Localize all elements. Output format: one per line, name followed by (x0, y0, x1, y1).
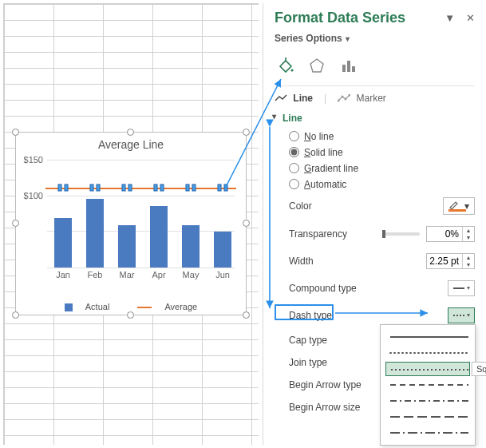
width-input[interactable] (427, 254, 462, 268)
line-tab-icon (275, 93, 287, 105)
svg-point-12 (290, 69, 293, 71)
pane-close-icon[interactable]: ✕ (466, 12, 475, 24)
width-spinner[interactable]: ▲▼ (426, 253, 475, 269)
svg-rect-9 (192, 184, 196, 191)
prop-begin-arrow-size-label: Begin Arrow size (289, 402, 377, 413)
transparency-slider[interactable] (383, 232, 420, 236)
prop-join-label: Join type (289, 357, 377, 368)
chart-resize-handle[interactable] (243, 311, 250, 319)
chart-resize-handle[interactable] (12, 311, 19, 319)
dash-type-popup: Square Dot (380, 324, 476, 446)
x-axis-label: May (177, 270, 204, 280)
chart-plot-area[interactable]: $150 $100 Jan Feb Mar Apr May Jun (47, 160, 235, 268)
radio-gradient-line[interactable] (289, 163, 299, 173)
svg-rect-4 (122, 184, 125, 191)
radio-no-line-label[interactable]: No line (304, 131, 334, 142)
y-axis-label: $150 (11, 155, 43, 165)
dash-option-square-dot[interactable] (385, 362, 470, 376)
chart-bar[interactable] (118, 225, 136, 268)
fill-and-line-tab-icon[interactable] (275, 55, 295, 76)
svg-point-18 (342, 95, 344, 97)
chart-object[interactable]: Average Line $150 $100 Jan Feb Mar Apr M… (15, 132, 247, 315)
legend-average-label: Average (164, 302, 197, 311)
svg-rect-8 (186, 184, 189, 191)
radio-automatic-label[interactable]: Automatic (304, 179, 346, 190)
series-options-dropdown[interactable]: Series Options (275, 30, 475, 52)
transparency-spinner[interactable]: ▲▼ (426, 226, 475, 242)
radio-automatic[interactable] (289, 179, 299, 189)
chart-series-average[interactable] (45, 188, 236, 189)
chart-resize-handle[interactable] (127, 311, 134, 319)
chart-resize-handle[interactable] (12, 220, 19, 227)
chart-legend[interactable]: Actual Average (15, 302, 247, 311)
compound-type-dropdown[interactable]: ▾ (448, 280, 475, 296)
dash-swatch-icon (453, 312, 464, 319)
prop-color-label: Color (289, 200, 377, 212)
svg-rect-2 (90, 184, 93, 191)
svg-rect-10 (218, 184, 221, 191)
svg-rect-7 (160, 184, 164, 191)
chart-bar[interactable] (150, 206, 168, 268)
dash-option-long-dash-dot[interactable] (385, 426, 470, 440)
x-axis-label: Apr (145, 270, 172, 280)
svg-rect-5 (128, 184, 132, 191)
chart-resize-handle[interactable] (12, 129, 19, 136)
prop-dash-label: Dash type (289, 310, 377, 321)
dash-option-round-dot[interactable] (385, 346, 470, 360)
svg-rect-0 (58, 184, 61, 191)
chart-bar[interactable] (54, 218, 72, 268)
dash-option-long-dash[interactable] (385, 410, 470, 424)
radio-no-line[interactable] (289, 131, 299, 141)
svg-rect-14 (342, 65, 346, 72)
prop-begin-arrow-type-label: Begin Arrow type (289, 379, 377, 391)
section-header-line[interactable]: Line (275, 109, 475, 129)
svg-marker-13 (310, 59, 323, 72)
tab-line[interactable]: Line (275, 93, 313, 105)
effects-tab-icon[interactable] (306, 55, 327, 76)
pane-title: Format Data Series (275, 10, 405, 26)
pane-menu-caret-icon[interactable]: ▼ (445, 12, 455, 24)
color-pen-icon (448, 200, 461, 212)
spinner-down-icon[interactable]: ▼ (463, 234, 474, 241)
svg-rect-16 (352, 66, 355, 72)
transparency-input[interactable] (427, 227, 462, 241)
radio-solid-line[interactable] (289, 147, 299, 157)
svg-rect-15 (347, 61, 350, 72)
radio-gradient-line-label[interactable]: Gradient line (304, 163, 358, 174)
prop-cap-label: Cap type (289, 335, 377, 346)
tab-marker-label: Marker (356, 93, 385, 104)
y-axis-label: $100 (11, 191, 43, 200)
series-options-tab-icon[interactable] (338, 55, 359, 76)
svg-rect-1 (65, 184, 68, 191)
svg-rect-11 (224, 184, 227, 191)
spinner-down-icon[interactable]: ▼ (463, 261, 474, 268)
spinner-up-icon[interactable]: ▲ (463, 254, 474, 261)
x-axis-label: Feb (81, 270, 109, 280)
dash-option-dash-dot[interactable] (385, 394, 470, 408)
prop-width-label: Width (289, 256, 377, 267)
prop-transparency-label: Transparency (289, 228, 377, 240)
x-axis-label: Jan (49, 270, 77, 280)
svg-rect-6 (154, 184, 157, 191)
chart-resize-handle[interactable] (243, 129, 250, 136)
spinner-up-icon[interactable]: ▲ (463, 227, 474, 234)
chart-bar[interactable] (182, 225, 200, 268)
svg-point-19 (345, 97, 347, 100)
x-axis-label: Mar (113, 270, 140, 280)
chart-bar[interactable] (86, 199, 104, 268)
dash-tooltip: Square Dot (472, 362, 486, 376)
chart-bar[interactable] (214, 232, 231, 268)
tab-marker[interactable]: Marker (338, 93, 386, 105)
prop-compound-label: Compound type (289, 283, 377, 294)
color-picker[interactable]: ▾ (443, 197, 475, 215)
x-axis-label: Jun (209, 270, 236, 280)
legend-actual-label: Actual (85, 302, 110, 311)
dash-option-dash[interactable] (385, 378, 470, 392)
radio-solid-line-label[interactable]: Solid line (304, 147, 343, 158)
svg-rect-3 (97, 184, 100, 191)
chart-resize-handle[interactable] (243, 220, 250, 227)
chart-resize-handle[interactable] (127, 129, 134, 136)
dash-type-dropdown[interactable]: ▾ (448, 307, 475, 323)
dash-option-solid[interactable] (385, 330, 470, 344)
compound-single-icon (453, 285, 464, 291)
